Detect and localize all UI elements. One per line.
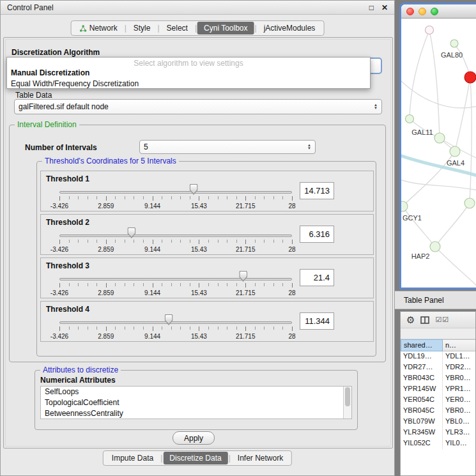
cell-shared-name: YBR045C — [401, 406, 443, 417]
column-header-shared-name[interactable]: shared… — [401, 339, 443, 351]
gear-icon[interactable]: ⚙ — [406, 315, 415, 325]
tab-cyni-toolbox[interactable]: Cyni Toolbox — [197, 22, 254, 35]
cell-name: YIL0… — [443, 438, 475, 449]
slider-track[interactable] — [59, 321, 292, 324]
attribute-item-topologicalcoefficient[interactable]: TopologicalCoefficient — [41, 397, 351, 408]
network-node[interactable] — [406, 115, 414, 123]
cell-shared-name: YDR27… — [401, 362, 443, 373]
threshold-1-label: Threshold 1 — [46, 174, 89, 183]
cell-shared-name: YIL052C — [401, 438, 443, 449]
close-window-icon[interactable]: ✕ — [381, 3, 388, 12]
tab-jactivemodules[interactable]: jActiveModules — [257, 22, 322, 35]
network-node[interactable] — [426, 26, 434, 35]
slider-scale-label: 9.144 — [144, 203, 160, 210]
network-node[interactable] — [430, 242, 440, 252]
control-panel-window: Control Panel □ ✕ Network|Style|Select|C… — [0, 0, 395, 476]
threshold-1-value-input[interactable]: 14.713 — [300, 182, 334, 199]
table-row[interactable]: YIL052CYIL0… — [401, 438, 475, 449]
table-row[interactable]: YPR145WYPR1… — [401, 384, 475, 395]
minimize-traffic-light-icon[interactable] — [418, 8, 426, 15]
select-all-icon[interactable]: ☑☑ — [435, 316, 449, 324]
threshold-3-value-input[interactable]: 21.4 — [300, 269, 334, 286]
zoom-traffic-light-icon[interactable] — [431, 8, 438, 15]
slider-scale-label: 15.43 — [191, 203, 207, 210]
threshold-2-label: Threshold 2 — [46, 218, 89, 227]
bottom-tab-impute-data[interactable]: Impute Data — [105, 452, 160, 464]
algorithm-option-manual-discretization[interactable]: Manual Discretization — [7, 68, 370, 79]
slider-track[interactable] — [59, 191, 292, 194]
scrollbar-thumb[interactable] — [345, 387, 350, 406]
float-window-icon[interactable]: □ — [369, 3, 374, 12]
slider-major-tick — [59, 326, 60, 331]
cell-name: YLR3… — [443, 427, 475, 438]
app-root: Control Panel □ ✕ Network|Style|Select|C… — [0, 0, 476, 476]
table-data-combobox[interactable]: galFiltered.sif default node ▲▼ — [14, 99, 382, 114]
cyni-toolbox-panel: Discretization Algorithm Select algorith… — [3, 37, 393, 449]
network-canvas[interactable]: GAL80GAL11GAL4GCY1HAP2 — [401, 19, 476, 288]
slider-scale-label: 28 — [288, 289, 295, 296]
algorithm-option-equal-width-frequency[interactable]: Equal Width/Frequency Discretization — [7, 79, 370, 89]
tab-select[interactable]: Select — [160, 22, 194, 35]
slider-scale-label: 9.144 — [144, 333, 160, 340]
node-label-gal80: GAL80 — [441, 51, 463, 59]
network-view-window: GAL80GAL11GAL4GCY1HAP2 — [399, 3, 476, 289]
attribute-item-betweennesscentrality[interactable]: BetweennessCentrality — [41, 408, 351, 419]
slider-track[interactable] — [59, 278, 292, 280]
table-row[interactable]: YBL079WYBL0… — [401, 417, 475, 427]
table-row[interactable]: YDR27…YDR2… — [401, 362, 475, 373]
network-node[interactable] — [450, 146, 460, 157]
table-row[interactable]: YBR043CYBR0… — [401, 373, 475, 384]
slider-major-tick — [106, 196, 107, 201]
attribute-item-selfloops[interactable]: SelfLoops — [41, 387, 351, 397]
columns-icon[interactable] — [420, 316, 429, 324]
threshold-1-slider[interactable]: -3.4262.8599.14415.4321.71528 — [59, 185, 292, 211]
table-row[interactable]: YLR345WYLR3… — [401, 427, 475, 438]
threshold-3-slider[interactable]: -3.4262.8599.14415.4321.71528 — [59, 272, 292, 298]
network-node[interactable] — [434, 133, 445, 143]
tab-style[interactable]: Style — [127, 22, 157, 35]
slider-major-tick — [245, 240, 246, 244]
threshold-4-slider[interactable]: -3.4262.8599.14415.4321.71528 — [59, 316, 292, 341]
network-edge-highlighted — [401, 154, 476, 177]
close-traffic-light-icon[interactable] — [406, 8, 414, 15]
threshold-2-slider[interactable]: -3.4262.8599.14415.4321.71528 — [59, 229, 292, 254]
slider-track[interactable] — [59, 234, 292, 237]
threshold-2-value-input[interactable]: 6.316 — [300, 226, 334, 243]
slider-major-tick — [292, 240, 293, 244]
network-node-selected[interactable] — [464, 72, 476, 83]
tab-network[interactable]: Network — [73, 22, 124, 35]
bottom-tab-infer-network[interactable]: Infer Network — [231, 452, 289, 464]
apply-button[interactable]: Apply — [173, 431, 215, 445]
table-panel-header: Table Panel — [395, 291, 476, 309]
network-edge — [401, 76, 476, 108]
threshold-4-value-input[interactable]: 11.344 — [300, 312, 334, 330]
slider-major-tick — [199, 196, 199, 201]
network-window-titlebar[interactable] — [401, 4, 476, 19]
network-node[interactable] — [450, 40, 458, 47]
slider-minor-ticks — [59, 326, 292, 330]
numerical-attributes-list[interactable]: SelfLoopsTopologicalCoefficientBetweenne… — [40, 386, 352, 419]
table-row[interactable]: YBR045CYBR0… — [401, 406, 475, 417]
number-of-intervals-combobox[interactable]: 5 ▲▼ — [139, 140, 316, 154]
slider-major-tick — [153, 240, 153, 244]
network-node[interactable] — [464, 198, 475, 208]
number-of-intervals-value: 5 — [144, 142, 304, 151]
discretization-algorithm-label: Discretization Algorithm — [12, 48, 100, 57]
attributes-scrollbar[interactable] — [343, 387, 351, 418]
bottom-tab-discretize-data[interactable]: Discretize Data — [163, 452, 227, 464]
cell-name: YBL0… — [443, 417, 475, 427]
table-row[interactable]: YDL19…YDL1… — [401, 351, 475, 362]
slider-major-tick — [153, 283, 153, 288]
slider-major-tick — [292, 283, 293, 288]
table-row[interactable]: YER054CYER0… — [401, 395, 475, 406]
network-window-frame: GAL80GAL11GAL4GCY1HAP2 — [401, 4, 476, 288]
slider-scale-label: -3.426 — [50, 289, 68, 296]
network-edge — [410, 30, 429, 119]
thresholds-group-title: Threshold's Coordinates for 5 Intervals — [42, 157, 179, 165]
column-header-name[interactable]: n… — [443, 339, 475, 351]
slider-major-tick — [59, 196, 60, 201]
threshold-1-box: Threshold 1-3.4262.8599.14415.4321.71528… — [40, 171, 374, 211]
algorithm-placeholder-option[interactable]: Select algorithm to view settings — [7, 58, 370, 68]
tab-divider: | — [160, 454, 163, 463]
cell-name: YBR0… — [443, 406, 475, 417]
